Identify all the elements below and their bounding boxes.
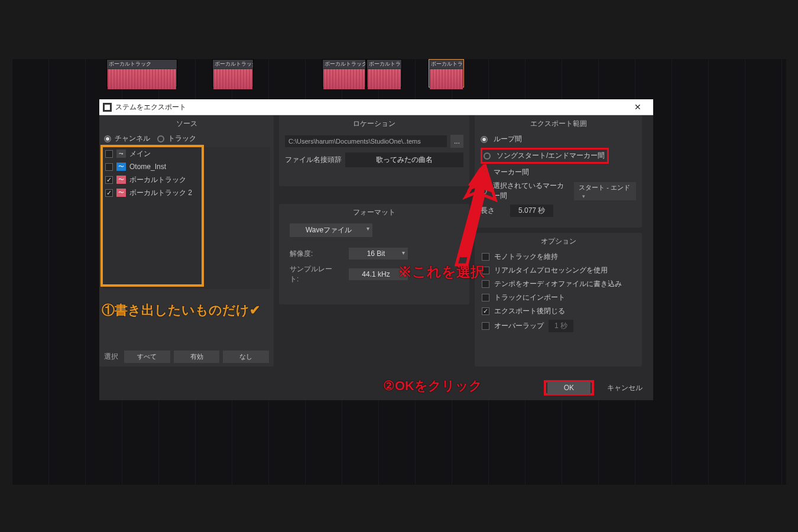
track-checkbox[interactable] — [105, 189, 113, 197]
radio-track-label: トラック — [168, 134, 196, 144]
close-button[interactable]: ✕ — [626, 100, 650, 115]
app-icon — [103, 103, 112, 112]
radio-loop[interactable] — [481, 136, 488, 143]
radio-marker[interactable] — [481, 169, 488, 176]
radio-song-marker[interactable] — [484, 153, 491, 160]
source-header: ソース — [99, 115, 274, 132]
radio-track[interactable] — [157, 135, 164, 142]
export-stems-dialog: ステムをエクスポート ✕ ソース チャンネル トラック ⤳ メイン — [99, 99, 653, 400]
track-checkbox[interactable] — [105, 176, 113, 184]
radio-selected-marker-label: 選択されているマーカー間 — [493, 181, 570, 201]
format-header: フォーマット — [279, 204, 469, 221]
checkbox-import[interactable] — [482, 294, 489, 301]
filename-prefix-label: ファイル名接頭辞 — [285, 155, 342, 165]
options-panel: オプション モノトラックを維持 リアルタイムプロセッシングを使用 テンポをオーデ… — [475, 233, 642, 366]
annotation-highlight-box: OK — [544, 380, 594, 395]
resolution-dropdown[interactable]: 16 Bit — [349, 248, 408, 259]
select-label: 選択 — [104, 352, 118, 362]
track-list: ⤳ メイン 〜 Otome_Inst 〜 ボーカルトラック 〜 ボーカルトラック… — [103, 147, 270, 289]
checkbox-realtime-label: リアルタイムプロセッシングを使用 — [494, 265, 608, 275]
track-name: Otome_Inst — [129, 163, 166, 171]
samplerate-label: サンプルレート: — [290, 264, 337, 284]
track-name: メイン — [129, 149, 151, 159]
source-panel: ソース チャンネル トラック ⤳ メイン 〜 Otome_Inst — [99, 115, 274, 366]
audio-clip[interactable]: ボーカルトラック — [366, 59, 402, 87]
radio-song-marker-label: ソングスタート/エンドマーカー間 — [497, 151, 605, 161]
dialog-titlebar[interactable]: ステムをエクスポート ✕ — [99, 99, 653, 115]
checkbox-tempo[interactable] — [482, 280, 489, 288]
checkbox-close-after-label: エクスポート後閉じる — [494, 306, 565, 316]
dialog-title: ステムをエクスポート — [115, 102, 186, 112]
length-value: 5.077 秒 — [510, 205, 553, 217]
export-path-field[interactable]: C:\Users\harum\Documents\StudioOne\..tem… — [285, 135, 447, 147]
audio-clip[interactable]: ボーカルトラック — [322, 59, 366, 87]
track-row[interactable]: ⤳ メイン — [103, 147, 270, 160]
location-panel: ロケーション C:\Users\harum\Documents\StudioOn… — [279, 115, 469, 186]
output-icon: ⤳ — [116, 150, 126, 158]
dialog-button-row: OK キャンセル — [544, 380, 647, 395]
select-all-button[interactable]: すべて — [124, 351, 170, 363]
dialog-body: ソース チャンネル トラック ⤳ メイン 〜 Otome_Inst — [99, 115, 653, 400]
selection-buttons-row: 選択 すべて 有効 なし — [104, 351, 269, 363]
filename-prefix-field[interactable]: 歌ってみたの曲名 — [345, 153, 463, 167]
cancel-button[interactable]: キャンセル — [602, 381, 647, 395]
selected-marker-dropdown[interactable]: スタート - エンド — [574, 182, 636, 200]
radio-channel-label: チャンネル — [115, 134, 150, 144]
format-panel: フォーマット Waveファイル 解像度: 16 Bit サンプルレート: 44.… — [279, 204, 469, 304]
resolution-label: 解像度: — [290, 249, 337, 259]
options-header: オプション — [475, 233, 642, 250]
audio-clip[interactable]: ボーカルトラック — [106, 59, 177, 87]
checkbox-tempo-label: テンポをオーディオファイルに書き込み — [494, 279, 622, 289]
radio-loop-label: ループ間 — [494, 134, 522, 144]
wave-icon: 〜 — [116, 176, 126, 184]
checkbox-realtime[interactable] — [482, 267, 489, 274]
select-none-button[interactable]: なし — [223, 351, 269, 363]
radio-channel[interactable] — [104, 135, 111, 142]
radio-marker-label: マーカー間 — [494, 167, 529, 177]
checkbox-mono-label: モノトラックを維持 — [494, 252, 558, 262]
track-name: ボーカルトラック — [129, 175, 186, 185]
audio-clip[interactable]: ボーカルトラック — [212, 59, 254, 87]
samplerate-dropdown[interactable]: 44.1 kHz — [349, 268, 408, 280]
checkbox-overlap[interactable] — [482, 322, 489, 330]
checkbox-import-label: トラックにインポート — [494, 293, 565, 303]
ok-button[interactable]: OK — [547, 381, 591, 394]
wave-icon: 〜 — [116, 163, 126, 171]
clips-row: ボーカルトラック ボーカルトラック ボーカルトラック ボーカルトラック ボーカル… — [12, 59, 786, 90]
annotation-highlight-box: ソングスタート/エンドマーカー間 — [481, 148, 609, 164]
select-enabled-button[interactable]: 有効 — [174, 351, 220, 363]
checkbox-close-after[interactable] — [482, 307, 489, 315]
track-name: ボーカルトラック 2 — [129, 188, 192, 198]
track-row[interactable]: 〜 ボーカルトラック — [103, 173, 270, 186]
location-header: ロケーション — [279, 115, 469, 132]
overlap-value[interactable]: 1 秒 — [549, 320, 573, 332]
length-label: 長さ — [481, 206, 495, 216]
track-checkbox[interactable] — [105, 163, 113, 171]
browse-button[interactable]: ... — [450, 135, 463, 148]
radio-selected-marker[interactable] — [481, 187, 487, 194]
track-row[interactable]: 〜 ボーカルトラック 2 — [103, 186, 270, 199]
wave-icon: 〜 — [116, 189, 126, 197]
checkbox-overlap-label: オーバーラップ — [494, 321, 544, 331]
filetype-dropdown[interactable]: Waveファイル — [290, 223, 372, 237]
range-header: エクスポート範囲 — [475, 115, 642, 132]
checkbox-mono[interactable] — [482, 253, 489, 261]
track-row[interactable]: 〜 Otome_Inst — [103, 160, 270, 173]
audio-clip-selected[interactable]: ボーカルトラック — [429, 59, 464, 87]
track-checkbox[interactable] — [105, 150, 113, 158]
export-range-panel: エクスポート範囲 ループ間 ソングスタート/エンドマーカー間 マーカー間 選択さ… — [475, 115, 642, 228]
